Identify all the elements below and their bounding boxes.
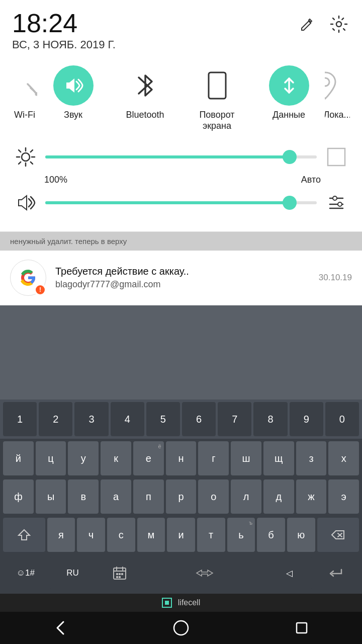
tile-rotation[interactable]: Поворот экрана xyxy=(181,65,253,131)
strip-text: ненужный удалит. теперь в верху xyxy=(10,237,127,246)
brightness-value: 100% xyxy=(44,175,67,185)
key-п[interactable]: п xyxy=(133,479,164,514)
svg-point-4 xyxy=(22,153,30,161)
svg-line-11 xyxy=(31,150,33,152)
svg-point-3 xyxy=(325,78,329,86)
key-т[interactable]: т xyxy=(197,518,225,552)
volume-settings-icon[interactable] xyxy=(325,191,348,214)
key-3[interactable]: 3 xyxy=(74,402,108,436)
auto-brightness-toggle[interactable] xyxy=(325,145,348,169)
key-с[interactable]: с xyxy=(107,518,135,552)
bluetooth-label: Bluetooth xyxy=(126,110,164,121)
brightness-slider[interactable] xyxy=(45,152,317,162)
svg-rect-27 xyxy=(116,573,118,575)
svg-rect-2 xyxy=(209,72,226,99)
svg-rect-29 xyxy=(121,573,123,575)
svg-rect-28 xyxy=(119,573,121,575)
shift-key[interactable] xyxy=(3,518,45,552)
key-7[interactable]: 7 xyxy=(218,402,251,436)
wifi-label: Wi-Fi xyxy=(14,110,35,121)
key-щ[interactable]: щ xyxy=(263,441,294,475)
key-6[interactable]: 6 xyxy=(182,402,216,436)
svg-rect-33 xyxy=(297,623,307,633)
key-ц[interactable]: ц xyxy=(36,441,66,475)
tile-wifi[interactable]: Wi-Fi xyxy=(12,65,37,121)
key-4[interactable]: 4 xyxy=(111,402,144,436)
key-л[interactable]: л xyxy=(231,479,261,514)
svg-line-9 xyxy=(19,150,21,152)
tile-bluetooth[interactable]: Bluetooth xyxy=(109,65,181,121)
rotation-icon-wrap xyxy=(197,65,237,106)
key-1[interactable]: 1 xyxy=(3,402,37,436)
key-9[interactable]: 9 xyxy=(290,402,323,436)
key-ю[interactable]: ю xyxy=(287,518,315,552)
key-х[interactable]: х xyxy=(328,441,359,475)
notification-card[interactable]: ! Требуется действие с аккау.. blagodyr7… xyxy=(0,251,362,305)
nav-bar xyxy=(0,612,362,644)
key-ы[interactable]: ы xyxy=(36,479,66,514)
svg-rect-30 xyxy=(116,576,118,578)
volume-row xyxy=(14,191,348,214)
key-у[interactable]: у xyxy=(68,441,99,475)
key-м[interactable]: м xyxy=(137,518,165,552)
notif-time: 30.10.19 xyxy=(319,273,352,283)
bluetooth-icon-wrap xyxy=(125,65,165,106)
svg-point-0 xyxy=(336,22,341,27)
svg-point-17 xyxy=(338,202,342,206)
carrier-bar: lifecell xyxy=(0,594,362,612)
calendar-key[interactable] xyxy=(97,556,142,590)
key-0[interactable]: 0 xyxy=(325,402,359,436)
backspace-key[interactable] xyxy=(317,518,359,552)
number-row: 1 2 3 4 5 6 7 8 9 0 xyxy=(0,399,362,439)
svg-point-15 xyxy=(333,196,337,200)
notif-title: Требуется действие с аккау.. xyxy=(55,266,310,277)
key-в[interactable]: в xyxy=(68,479,99,514)
key-э[interactable]: э xyxy=(328,479,359,514)
key-б[interactable]: б xyxy=(257,518,285,552)
key-а[interactable]: а xyxy=(101,479,131,514)
key-ш[interactable]: ш xyxy=(231,441,261,475)
recent-button[interactable] xyxy=(287,613,317,643)
settings-button[interactable] xyxy=(328,13,350,35)
key-2[interactable]: 2 xyxy=(39,402,72,436)
emoji-key[interactable]: ☺1# xyxy=(3,556,48,590)
key-и[interactable]: и xyxy=(167,518,195,552)
edit-button[interactable] xyxy=(297,13,319,35)
key-ж[interactable]: ж xyxy=(296,479,327,514)
voice-key[interactable]: ◁ xyxy=(267,556,312,590)
key-р[interactable]: р xyxy=(166,479,197,514)
keyboard: 1 2 3 4 5 6 7 8 9 0 й ц у к её н г ш щ з… xyxy=(0,399,362,594)
key-8[interactable]: 8 xyxy=(253,402,287,436)
key-ь[interactable]: ьъ xyxy=(227,518,255,552)
key-ч[interactable]: ч xyxy=(77,518,105,552)
key-д[interactable]: д xyxy=(263,479,294,514)
home-button[interactable] xyxy=(166,613,196,643)
tile-data[interactable]: Данные xyxy=(253,65,325,121)
notification-strip: ненужный удалит. теперь в верху xyxy=(0,231,362,251)
key-г[interactable]: г xyxy=(198,441,229,475)
space-key[interactable] xyxy=(144,556,264,590)
auto-label: Авто xyxy=(301,175,346,185)
google-notification-icon: ! xyxy=(10,260,46,296)
carrier-label: lifecell xyxy=(178,598,200,607)
lang-key[interactable]: RU xyxy=(50,556,96,590)
kb-row-1: й ц у к её н г ш щ з х xyxy=(2,440,360,477)
key-о[interactable]: о xyxy=(198,479,229,514)
carrier-dot xyxy=(162,598,172,608)
key-й[interactable]: й xyxy=(3,441,34,475)
key-к[interactable]: к xyxy=(101,441,131,475)
rotation-label: Поворот экрана xyxy=(199,110,234,131)
tile-sound[interactable]: Звук xyxy=(37,65,109,121)
key-з[interactable]: з xyxy=(296,441,327,475)
key-5[interactable]: 5 xyxy=(146,402,180,436)
key-ф[interactable]: ф xyxy=(3,479,34,514)
back-button[interactable] xyxy=(45,613,75,643)
volume-slider[interactable] xyxy=(45,198,317,208)
brightness-row xyxy=(14,145,348,169)
tile-location[interactable]: Лока... xyxy=(325,65,350,121)
key-н[interactable]: н xyxy=(166,441,197,475)
sun-icon xyxy=(14,145,37,169)
key-я[interactable]: я xyxy=(47,518,75,552)
key-е[interactable]: её xyxy=(133,441,164,475)
enter-key[interactable] xyxy=(314,556,359,590)
